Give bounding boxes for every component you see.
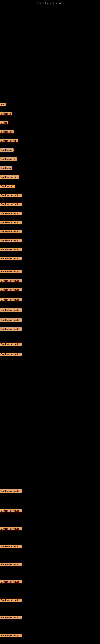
bottleneck-result-label: Bottleneck result: [0, 352, 22, 356]
bottleneck-result-label: Bottleneck result: [0, 580, 22, 584]
result-row: Bottleneck result: [0, 298, 22, 302]
result-row: Bottleneck resu: [0, 175, 19, 179]
result-row: Bottleneck re: [0, 157, 17, 160]
result-row: Bottleneck result: [0, 352, 22, 356]
result-row: Bottleneck result: [0, 342, 22, 346]
result-row: Bottleneck result: [0, 279, 22, 282]
bottleneck-result-label: Bottlenec: [0, 112, 12, 115]
result-row: Bottlenec: [0, 112, 12, 115]
bottleneck-result-label: Bottleneck result: [0, 230, 22, 233]
result-row: Bottleneck result: [0, 220, 22, 224]
bottleneck-result-label: Bottleneck r: [0, 184, 15, 188]
result-row: Bottleneck result: [0, 562, 22, 566]
bottleneck-result-label: Bottleneck result: [0, 239, 22, 242]
bottleneck-result-label: Bottleneck result: [0, 279, 22, 282]
bottleneck-result-label: Bottleneck result: [0, 545, 22, 548]
bottleneck-result-label: Bottleneck result: [0, 490, 22, 493]
bottleneck-result-label: Bottlenec: [0, 166, 12, 170]
result-row: Bottleneck result: [0, 270, 22, 273]
bottleneck-result-label: Bott: [0, 103, 6, 106]
bottleneck-result-label: Bottleneck: [0, 148, 14, 152]
result-row: Bottleneck r: [0, 184, 15, 188]
result-row: Bottleneck result: [0, 544, 22, 548]
result-row: Bottleneck result: [0, 509, 22, 512]
result-row: Bottleneck result: [0, 489, 22, 493]
bottleneck-result-label: Bottleneck result: [0, 634, 22, 637]
result-row: Bottleneck result: [0, 598, 22, 602]
bottleneck-result-label: Bottleneck result: [0, 288, 22, 292]
result-row: Bottleneck result: [0, 230, 22, 233]
result-row: Bottleneck result: [0, 256, 22, 260]
bottleneck-result-label: Bottleneck result: [0, 257, 22, 260]
result-row: Bottleneck result: [0, 211, 22, 215]
bottleneck-result-label: Bottleneck result: [0, 194, 22, 197]
result-row: Bottleneck result: [0, 238, 22, 242]
bottleneck-result-label: Bottleneck: [0, 130, 14, 134]
result-row: Bottleneck result: [0, 308, 22, 312]
result-row: Bottleneck result: [0, 327, 22, 331]
bottleneck-result-label: Bottleneck result: [0, 270, 22, 273]
bottleneck-result-label: Bottleneck result: [0, 527, 22, 530]
result-row: Bott: [0, 103, 6, 106]
bottleneck-result-label: Bottleneck result: [0, 509, 22, 512]
bottleneck-result-label: Bottleneck res: [0, 139, 18, 142]
site-title-abs: TheBottlenecker.com: [37, 2, 63, 5]
bottleneck-result-label: Bottleneck result: [0, 308, 22, 312]
result-row: Bottleneck result: [0, 288, 22, 292]
result-row: Bottleneck result: [0, 202, 22, 206]
bottleneck-result-label: Bottleneck result: [0, 616, 22, 619]
bottleneck-result-label: Bottleneck result: [0, 598, 22, 602]
bottleneck-result-label: Bottleneck result: [0, 248, 22, 251]
result-row: Bottleneck result: [0, 248, 22, 251]
result-row: Bottleneck: [0, 148, 14, 152]
result-row: Bottleneck res: [0, 139, 18, 142]
bottleneck-result-label: Bottleneck resu: [0, 176, 19, 179]
bottleneck-result-label: Bottleneck result: [0, 203, 22, 206]
bottleneck-result-label: Bottleneck result: [0, 318, 22, 322]
result-row: Bottlenec: [0, 166, 12, 170]
result-row: Bottle: [0, 121, 8, 124]
bottleneck-result-label: Bottleneck result: [0, 342, 22, 346]
bottleneck-result-label: Bottleneck result: [0, 563, 22, 566]
result-row: Bottleneck result: [0, 616, 22, 619]
result-row: Bottleneck result: [0, 580, 22, 584]
bottleneck-result-label: Bottle: [0, 121, 8, 124]
result-row: Bottleneck result: [0, 193, 22, 197]
result-row: Bottleneck result: [0, 634, 22, 637]
result-row: Bottleneck result: [0, 318, 22, 322]
result-row: Bottleneck: [0, 130, 14, 134]
bottleneck-result-label: Bottleneck result: [0, 221, 22, 224]
bottleneck-result-label: Bottleneck result: [0, 328, 22, 331]
bottleneck-result-label: Bottleneck re: [0, 158, 17, 160]
result-row: Bottleneck result: [0, 527, 22, 530]
bottleneck-result-label: Bottleneck result: [0, 298, 22, 302]
bottleneck-result-label: Bottleneck result: [0, 212, 22, 215]
